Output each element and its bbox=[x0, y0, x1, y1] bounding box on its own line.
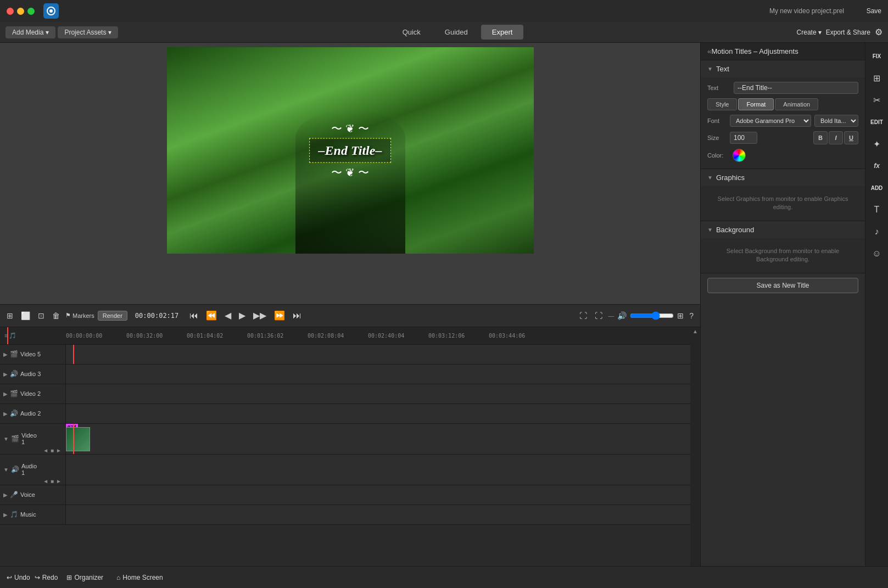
title-button[interactable]: T bbox=[867, 200, 887, 220]
scroll-up-button[interactable]: ▲ bbox=[692, 328, 698, 334]
background-section-arrow: ▼ bbox=[707, 227, 713, 233]
track-video2-content[interactable] bbox=[66, 384, 700, 404]
track-audio2-expand[interactable]: ▶ bbox=[3, 411, 8, 417]
timeline-delete-button[interactable]: 🗑 bbox=[50, 310, 62, 321]
track-audio1-scroll-mid[interactable]: ■ bbox=[50, 478, 54, 485]
track-audio1-label: ▼ 🔊 Audio 1 ◄ ■ ► bbox=[0, 455, 66, 485]
organizer-button[interactable]: ⊞ Organizer bbox=[62, 572, 108, 584]
background-section-header[interactable]: ▼ Background bbox=[701, 221, 865, 238]
underline-button[interactable]: U bbox=[844, 131, 858, 144]
color-swatch[interactable] bbox=[733, 149, 746, 162]
track-video5-label: ▶ 🎬 Video 5 bbox=[0, 345, 66, 364]
track-music-expand[interactable]: ▶ bbox=[3, 512, 8, 518]
skip-to-end-button[interactable]: ⏭ bbox=[289, 309, 305, 322]
title-box[interactable]: –End Title– bbox=[309, 138, 392, 163]
save-as-new-title-button[interactable]: Save as New Title bbox=[707, 278, 858, 293]
timeline-trim-button[interactable]: ⊡ bbox=[36, 310, 47, 321]
timeline-vertical-scroll[interactable]: ▲ ▼ bbox=[690, 327, 700, 589]
skip-to-start-button[interactable]: ⏮ bbox=[186, 309, 202, 322]
timeline-audio-btn[interactable]: 🎵 bbox=[9, 332, 16, 339]
animation-tab[interactable]: Animation bbox=[775, 98, 818, 110]
step-forward-button[interactable]: ⏩ bbox=[271, 309, 288, 322]
track-video5-content[interactable] bbox=[66, 345, 700, 364]
track-audio2-label: ▶ 🔊 Audio 2 bbox=[0, 404, 66, 423]
text-section-header[interactable]: ▼ Text bbox=[701, 60, 865, 77]
track-video1-scroll-right[interactable]: ► bbox=[55, 447, 62, 454]
track-video2-label: ▶ 🎬 Video 2 bbox=[0, 384, 66, 404]
font-select[interactable]: Adobe Garamond Pro bbox=[730, 115, 811, 127]
minimize-button[interactable] bbox=[17, 8, 24, 15]
emoji-button[interactable]: ☺ bbox=[867, 244, 887, 264]
adjustments-button[interactable]: ⊞ bbox=[867, 68, 887, 88]
save-button[interactable]: Save bbox=[867, 7, 881, 15]
track-audio2-content[interactable] bbox=[66, 404, 700, 423]
fx-button[interactable]: fx bbox=[867, 156, 887, 176]
track-video2-expand[interactable]: ▶ bbox=[3, 391, 8, 397]
close-button[interactable] bbox=[7, 8, 14, 15]
maximize-button[interactable] bbox=[27, 8, 35, 15]
text-input-field[interactable] bbox=[734, 82, 858, 94]
guided-mode-button[interactable]: Guided bbox=[434, 25, 479, 40]
fix-panel-button[interactable]: FIX bbox=[867, 46, 887, 66]
frame-forward-button[interactable]: ▶▶ bbox=[250, 309, 270, 322]
track-video1-label: ▼ 🎬 Video 1 ◄ ■ ► bbox=[0, 424, 66, 454]
table-row: ▼ 🔊 Audio 1 ◄ ■ ► bbox=[0, 455, 700, 485]
track-audio1-content[interactable] bbox=[66, 455, 700, 485]
redo-icon: ↪ bbox=[35, 574, 40, 581]
scissors-button[interactable]: ✂ bbox=[867, 90, 887, 110]
track-voice-expand[interactable]: ▶ bbox=[3, 492, 8, 498]
export-share-button[interactable]: Export & Share bbox=[826, 29, 870, 36]
app-logo bbox=[43, 3, 59, 19]
expert-mode-button[interactable]: Expert bbox=[481, 25, 524, 40]
redo-button[interactable]: ↪ Redo bbox=[35, 574, 58, 581]
music-button[interactable]: ♪ bbox=[867, 222, 887, 242]
timeline-cut-button[interactable]: ⬜ bbox=[19, 310, 32, 321]
help-button[interactable]: ? bbox=[687, 310, 696, 321]
settings-button[interactable]: ⚙ bbox=[875, 27, 883, 37]
font-size-input[interactable] bbox=[730, 132, 757, 144]
frame-back-button[interactable]: ◀ bbox=[221, 309, 234, 322]
create-button[interactable]: Create ▾ bbox=[797, 29, 822, 36]
edit-panel-button[interactable]: EDIT bbox=[867, 112, 887, 132]
undo-button[interactable]: ↩ Undo bbox=[7, 574, 30, 581]
play-button[interactable]: ▶ bbox=[236, 309, 249, 322]
track-audio1-scroll-right[interactable]: ► bbox=[55, 478, 62, 485]
video5-icon: 🎬 bbox=[10, 350, 18, 358]
track-voice-content[interactable] bbox=[66, 485, 700, 505]
project-assets-button[interactable]: Project Assets ▾ bbox=[58, 26, 118, 38]
background-hint: Select Background from monitor to enable… bbox=[707, 243, 858, 268]
clip-thumbnail[interactable] bbox=[66, 427, 90, 451]
wand-button[interactable]: ✦ bbox=[867, 134, 887, 154]
fx-label: fx bbox=[874, 162, 880, 170]
fullscreen-button[interactable]: ⛶ bbox=[593, 310, 605, 321]
quick-mode-button[interactable]: Quick bbox=[392, 25, 432, 40]
track-music-content[interactable] bbox=[66, 505, 700, 524]
track-video1-scroll-mid[interactable]: ■ bbox=[50, 447, 54, 454]
timeline-grid-button[interactable]: ⊞ bbox=[4, 310, 15, 321]
track-video1-expand[interactable]: ▼ bbox=[3, 436, 9, 442]
bold-button[interactable]: B bbox=[813, 131, 828, 144]
track-video5-expand[interactable]: ▶ bbox=[3, 351, 8, 357]
track-video1-scroll-left[interactable]: ◄ bbox=[42, 447, 49, 454]
wing-bottom: 〜 ❦ 〜 bbox=[309, 165, 392, 180]
panel-collapse-button[interactable]: « bbox=[707, 47, 711, 55]
add-media-button[interactable]: Add Media ▾ bbox=[5, 26, 55, 38]
right-panel: « Motion Titles – Adjustments ▼ Text Tex… bbox=[700, 43, 865, 588]
home-screen-button[interactable]: ⌂ Home Screen bbox=[112, 572, 167, 584]
add-panel-button[interactable]: ADD bbox=[867, 178, 887, 198]
step-back-button[interactable]: ⏪ bbox=[203, 309, 220, 322]
format-tab[interactable]: Format bbox=[738, 98, 774, 110]
track-audio3-content[interactable] bbox=[66, 365, 700, 384]
font-style-select[interactable]: Bold Ita... bbox=[814, 115, 858, 127]
render-button[interactable]: Render bbox=[98, 311, 127, 321]
track-audio1-expand[interactable]: ▼ bbox=[3, 467, 9, 473]
track-video1-content[interactable]: 07d bbox=[66, 424, 700, 454]
track-audio3-expand[interactable]: ▶ bbox=[3, 371, 8, 377]
screen-fit-button[interactable]: ⛶ bbox=[577, 310, 589, 321]
track-audio1-scroll-left[interactable]: ◄ bbox=[42, 478, 49, 485]
markers-button[interactable]: ⚑ Markers bbox=[65, 312, 94, 319]
zoom-slider[interactable] bbox=[630, 311, 674, 320]
graphics-section-header[interactable]: ▼ Graphics bbox=[701, 169, 865, 186]
italic-button[interactable]: I bbox=[829, 131, 843, 144]
style-tab[interactable]: Style bbox=[707, 98, 737, 110]
